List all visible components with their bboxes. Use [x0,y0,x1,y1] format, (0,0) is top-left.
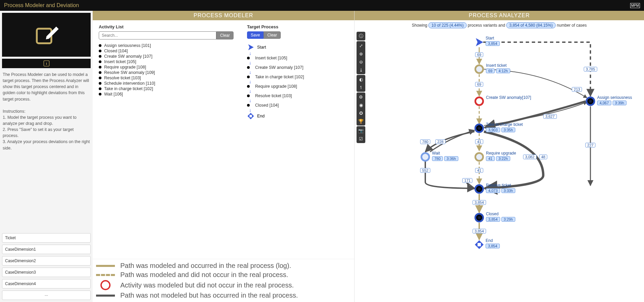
field-cd1[interactable]: CaseDimension1 [2,245,91,254]
sidebar: i The Process Modeler can be used to mod… [0,11,93,302]
edge-label: 3,082 [523,155,536,159]
dot-icon [99,44,101,47]
node-insert[interactable]: Insert ticket694:12h [474,64,484,74]
save-button[interactable]: Save [247,31,264,39]
activity-list: Assign seriousness [101] Closed [104] Cr… [99,43,234,97]
tool-download-icon[interactable]: ⤓ [357,66,365,74]
edge-label: 227 [585,143,595,147]
tool-snapshot-icon[interactable]: 📷 [357,127,365,134]
edge-label: 48 [539,155,547,159]
legend: Path was modeled and occurred in the rea… [93,259,354,302]
flow-step[interactable]: Resolve ticket [103] [247,93,348,98]
tool-opt3-icon[interactable]: ✪ [357,109,365,117]
activity-item[interactable]: Assign seriousness [101] [99,43,234,48]
tool-opt1-icon[interactable]: ⚙ [357,93,365,101]
start-icon [474,37,484,47]
activity-node-icon [474,97,484,106]
node-assign[interactable]: Assign seriousness4,0673:39h [586,97,595,106]
cases-pill[interactable]: 3,854 of 4,580 (84.15%) [506,22,556,28]
dot-icon [247,57,250,59]
target-process-label: Target Process [247,24,348,29]
activity-search-input[interactable] [99,31,216,39]
arrow-down-icon: ↓ [247,89,348,93]
activity-clear-button[interactable]: Clear [216,31,234,39]
node-take[interactable]: Take in charge ticket3,9033:35h [474,123,484,133]
activity-list-label: Activity List [99,24,234,29]
fields-more[interactable]: ··· [2,291,91,300]
edge-label: 3,854 [472,229,486,234]
activity-item[interactable]: Create SW anomaly [107] [99,54,234,59]
tool-zoom-in-icon[interactable]: ⊕ [357,50,365,57]
dot-icon [247,85,250,88]
arrow-down-icon: ↓ [247,70,348,75]
node-wait[interactable]: Wait7803:36h [421,152,430,162]
tool-mode1-icon[interactable]: ◐ [357,76,365,83]
edge-label: 3,627 [543,114,557,119]
arrow-down-icon: ↓ [247,60,348,65]
node-require[interactable]: Require upgrade413:22h [474,152,484,162]
tool-mode2-icon[interactable]: ↿ [357,84,365,91]
dot-icon [247,94,250,97]
activity-item[interactable]: Closed [104] [99,48,234,54]
edge-label: 780 [420,139,430,144]
node-start[interactable]: Start3,854 [474,37,484,47]
dot-icon [99,77,101,79]
activity-node-icon [586,97,595,106]
graph-toolbar: ⓘ ⤢ ⊕ ⊖ ⤓ ◐ ↿ ⚙ ◉ ✪ 🏆 [357,32,365,143]
analyzer-title: PROCESS ANALYZER [355,11,644,20]
node-anomaly[interactable]: Create SW anomaly[107] [474,97,484,106]
node-end[interactable]: End3,854 [474,240,484,250]
activity-item[interactable]: Resolve ticket [103] [99,75,234,81]
tool-fit-icon[interactable]: ⤢ [357,42,365,49]
flow-end[interactable]: End [247,112,348,120]
dot-icon [247,104,250,107]
activity-item[interactable]: Schedule intervention [110] [99,81,234,86]
svg-text:i: i [46,61,47,65]
dot-icon [247,76,250,78]
edge-label: 3,785 [584,67,597,72]
activity-item[interactable]: Take in charge ticket [102] [99,86,234,91]
node-closed[interactable]: Closed3,8543:29h [474,213,484,222]
field-cd2[interactable]: CaseDimension2 [2,256,91,266]
sidebar-info-btn[interactable]: i [2,59,91,68]
arrow-down-icon: ↓ [247,108,348,112]
activity-item[interactable]: Require upgrade [108] [99,64,234,70]
field-cd3[interactable]: CaseDimension3 [2,268,91,277]
tool-info-icon[interactable]: ⓘ [357,32,365,40]
target-flow: Start ↓ Insert ticket [105] ↓ Create SW … [247,44,348,120]
dot-icon [247,66,250,69]
edit-icon [31,20,62,50]
process-graph[interactable]: ⓘ ⤢ ⊕ ⊖ ⤓ ◐ ↿ ⚙ ◉ ✪ 🏆 [355,30,644,302]
dot-icon [99,60,101,63]
flow-step[interactable]: Require upgrade [108] [247,84,348,89]
flow-step[interactable]: Closed [104] [247,103,348,108]
arrow-down-icon: ↓ [247,79,348,84]
field-ticket[interactable]: Ticket [2,233,91,243]
field-cd4[interactable]: CaseDimension4 [2,279,91,289]
svg-marker-3 [248,44,254,50]
tool-opt2-icon[interactable]: ◉ [357,101,365,109]
edge-label: 69 [475,52,483,57]
page-title: Process Modeler and Deviation [4,2,79,8]
info-icon: i [43,60,50,66]
tool-check-icon[interactable]: ☑ [357,135,365,142]
start-icon [247,44,254,51]
variants-pill[interactable]: 10 of 225 (4.44%) [428,22,466,28]
flow-step[interactable]: Take in charge ticket [102] [247,75,348,79]
end-icon [247,112,254,120]
target-clear-button[interactable]: Clear [264,31,281,39]
dot-icon [99,71,101,74]
activity-item[interactable]: Insert ticket [105] [99,59,234,64]
flow-start[interactable]: Start [247,44,348,51]
dot-icon [99,50,101,52]
top-bar: Process Modeler and Deviation MPM [0,0,644,11]
node-resolve[interactable]: Resolve ticket4,0733:33h [474,184,484,194]
activity-item[interactable]: Wait [106] [99,91,234,97]
activity-node-icon [421,152,430,162]
tool-trophy-icon[interactable]: 🏆 [357,117,365,125]
flow-step[interactable]: Insert ticket [105] [247,56,348,60]
tool-zoom-out-icon[interactable]: ⊖ [357,58,365,65]
analyzer-panel: PROCESS ANALYZER Showing 10 of 225 (4.44… [354,11,644,302]
activity-item[interactable]: Resolve SW anomaly [109] [99,70,234,75]
flow-step[interactable]: Create SW anomaly [107] [247,65,348,70]
